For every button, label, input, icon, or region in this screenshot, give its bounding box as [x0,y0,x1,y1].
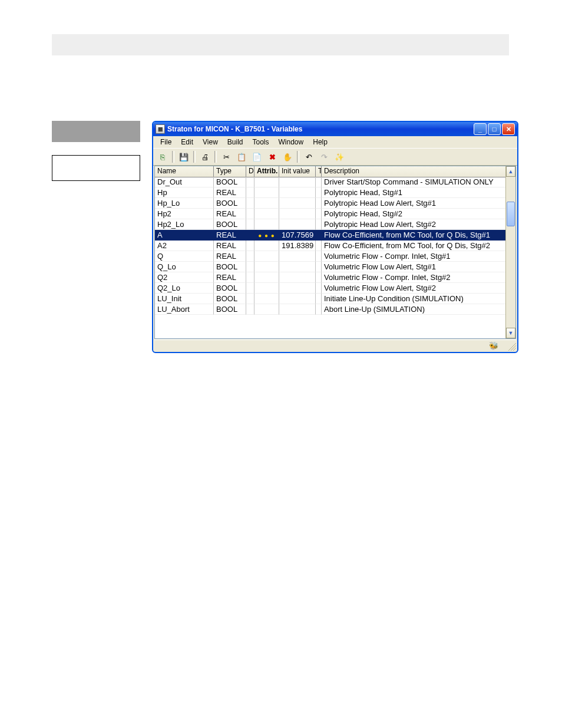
menu-tools[interactable]: Tools [249,137,273,147]
cell-init: 191.8389 [279,241,316,251]
table-row[interactable]: Hp_LoBOOLPolytropic Head Low Alert, Stg#… [155,198,506,209]
cell-init [279,198,316,209]
scroll-down-button[interactable]: ▼ [506,328,515,338]
cell-type: REAL [214,241,246,251]
delete-icon[interactable]: ✖ [265,150,279,164]
cell-desc: Volumetric Flow Low Alert, Stg#2 [322,283,506,294]
cell-init [279,219,316,230]
cell-name: Hp [155,187,214,198]
menu-file[interactable]: File [157,137,175,147]
cell-type: REAL [214,272,246,283]
col-t[interactable]: T [316,166,322,177]
page-header-band [52,34,509,55]
scroll-thumb[interactable] [507,202,515,226]
table-row[interactable]: AREAL● ● ●107.7569Flow Co-Efficient, fro… [155,230,506,241]
cell-name: Q2 [155,272,214,283]
cell-d [246,219,254,230]
cell-name: Q_Lo [155,262,214,272]
table-row[interactable]: Hp2_LoBOOLPolytropic Head Low Alert, Stg… [155,219,506,230]
cell-desc: Polytropic Head, Stg#2 [322,209,506,219]
cell-attrib [254,251,279,262]
menu-build[interactable]: Build [224,137,247,147]
paste-icon[interactable]: 📄 [250,150,264,164]
cell-name: Hp_Lo [155,198,214,209]
cell-desc: Volumetric Flow - Compr. Inlet, Stg#1 [322,251,506,262]
redo-icon[interactable]: ↷ [317,150,331,164]
variables-grid: Name Type D Attrib. Init value T Descrip… [154,166,516,339]
hand-icon[interactable]: ✋ [280,150,295,164]
cell-t [316,187,322,198]
new-icon[interactable]: ⎘ [156,150,170,164]
cell-name: A2 [155,241,214,251]
resize-grip[interactable] [508,342,516,351]
menu-edit[interactable]: Edit [177,137,197,147]
cell-type: REAL [214,251,246,262]
col-init[interactable]: Init value [279,166,316,177]
cell-d [246,187,254,198]
table-row[interactable]: LU_InitBOOLInitiate Line-Up Condition (S… [155,294,506,304]
find-icon[interactable]: 🐝 [489,341,498,350]
cell-type: BOOL [214,198,246,209]
col-desc[interactable]: Description [322,166,515,177]
menu-window[interactable]: Window [275,137,308,147]
cell-d [246,272,254,283]
minimize-button[interactable]: _ [474,123,487,135]
cell-desc: Polytropic Head Low Alert, Stg#1 [322,198,506,209]
menu-help[interactable]: Help [309,137,331,147]
cell-init [279,262,316,272]
cut-icon[interactable]: ✂ [219,150,233,164]
col-name[interactable]: Name [155,166,214,177]
grid-body: Dr_OutBOOLDriver Start/Stop Command - SI… [155,177,506,338]
undo-icon[interactable]: ↶ [302,150,316,164]
menu-view[interactable]: View [199,137,222,147]
grid-header: Name Type D Attrib. Init value T Descrip… [155,166,515,177]
cell-desc: Flow Co-Efficient, from MC Tool, for Q D… [322,230,506,241]
cell-name: Q2_Lo [155,283,214,294]
table-row[interactable]: Dr_OutBOOLDriver Start/Stop Command - SI… [155,177,506,187]
table-row[interactable]: Q2REALVolumetric Flow - Compr. Inlet, St… [155,272,506,283]
vertical-scrollbar[interactable]: ▲ ▼ [505,166,515,338]
cell-desc: Volumetric Flow - Compr. Inlet, Stg#2 [322,272,506,283]
cell-name: LU_Abort [155,304,214,315]
cell-t [316,294,322,304]
copy-icon[interactable]: 📋 [234,150,249,164]
cell-attrib [254,304,279,315]
table-row[interactable]: QREALVolumetric Flow - Compr. Inlet, Stg… [155,251,506,262]
cell-t [316,304,322,315]
table-row[interactable]: LU_AbortBOOLAbort Line-Up (SIMULATION) [155,304,506,315]
cell-d [246,262,254,272]
app-icon: ▦ [156,124,165,134]
table-row[interactable]: HpREALPolytropic Head, Stg#1 [155,187,506,198]
wizard-icon[interactable]: ✨ [332,150,346,164]
cell-init [279,294,316,304]
table-row[interactable]: A2REAL191.8389Flow Co-Efficient, from MC… [155,241,506,251]
cell-attrib [254,198,279,209]
col-type[interactable]: Type [214,166,246,177]
side-empty-box [52,155,140,181]
print-icon[interactable]: 🖨 [198,150,212,164]
col-attrib[interactable]: Attrib. [254,166,279,177]
cell-attrib [254,209,279,219]
cell-d [246,230,254,241]
cell-name: LU_Init [155,294,214,304]
cell-type: BOOL [214,304,246,315]
table-row[interactable]: Q2_LoBOOLVolumetric Flow Low Alert, Stg#… [155,283,506,294]
cell-init [279,304,316,315]
cell-d [246,198,254,209]
cell-d [246,209,254,219]
col-d[interactable]: D [246,166,254,177]
cell-desc: Polytropic Head Low Alert, Stg#2 [322,219,506,230]
cell-attrib: ● ● ● [254,230,279,241]
side-gray-block [52,121,140,142]
table-row[interactable]: Q_LoBOOLVolumetric Flow Low Alert, Stg#1 [155,262,506,272]
close-button[interactable]: ✕ [502,123,515,135]
save-icon[interactable]: 💾 [177,150,191,164]
titlebar[interactable]: ▦ Straton for MICON - K_B7501 - Variable… [153,122,517,136]
maximize-button[interactable]: □ [488,123,501,135]
app-window: ▦ Straton for MICON - K_B7501 - Variable… [152,121,518,353]
scroll-up-button[interactable]: ▲ [506,166,515,177]
cell-name: A [155,230,214,241]
table-row[interactable]: Hp2REALPolytropic Head, Stg#2 [155,209,506,219]
cell-init [279,272,316,283]
cell-t [316,209,322,219]
